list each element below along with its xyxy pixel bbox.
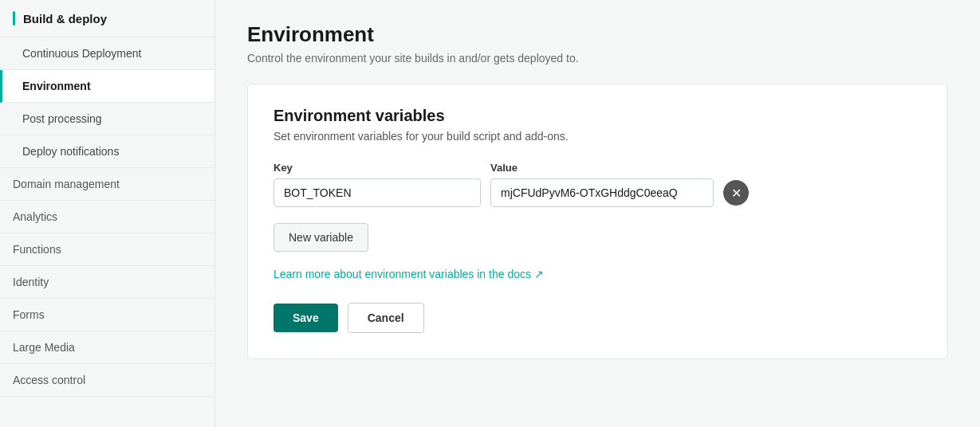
card-title: Environment variables: [274, 107, 922, 125]
sidebar-item-forms[interactable]: Forms: [0, 299, 214, 331]
remove-variable-button[interactable]: ✕: [723, 180, 749, 206]
sidebar-item-deploy-notifications[interactable]: Deploy notifications: [0, 135, 214, 168]
remove-icon: ✕: [731, 186, 742, 201]
key-field-group: Key: [274, 162, 481, 207]
sidebar-section-title: Build & deploy: [23, 12, 107, 25]
sidebar-item-identity[interactable]: Identity: [0, 266, 214, 299]
sidebar-item-environment[interactable]: Environment: [0, 70, 214, 103]
sidebar-item-domain-management[interactable]: Domain management: [0, 168, 214, 201]
new-variable-button[interactable]: New variable: [274, 223, 368, 252]
sidebar-item-continuous-deployment[interactable]: Continuous Deployment: [0, 37, 214, 70]
card-description: Set environment variables for your build…: [274, 130, 922, 143]
cancel-button[interactable]: Cancel: [348, 303, 424, 333]
sidebar-item-functions[interactable]: Functions: [0, 233, 214, 266]
key-input[interactable]: [274, 178, 481, 207]
value-field-group: Value: [490, 162, 714, 207]
save-button[interactable]: Save: [274, 304, 338, 332]
value-label: Value: [490, 162, 714, 174]
main-content: Environment Control the environment your…: [215, 0, 980, 427]
page-title: Environment: [247, 22, 948, 47]
sidebar-accent-bar: [13, 11, 15, 25]
page-subtitle: Control the environment your site builds…: [247, 52, 948, 65]
sidebar-item-access-control[interactable]: Access control: [0, 364, 214, 397]
actions-row: Save Cancel: [274, 303, 922, 333]
key-label: Key: [274, 162, 481, 174]
sidebar-item-analytics[interactable]: Analytics: [0, 201, 214, 233]
sidebar-item-post-processing[interactable]: Post processing: [0, 103, 214, 135]
environment-variables-card: Environment variables Set environment va…: [247, 84, 948, 359]
value-input[interactable]: [490, 178, 714, 207]
sidebar: Build & deploy Continuous Deployment Env…: [0, 0, 215, 427]
sidebar-section-header: Build & deploy: [0, 0, 214, 37]
sidebar-item-large-media[interactable]: Large Media: [0, 331, 214, 364]
env-var-row: Key Value ✕: [274, 162, 922, 207]
docs-link[interactable]: Learn more about environment variables i…: [274, 268, 922, 280]
